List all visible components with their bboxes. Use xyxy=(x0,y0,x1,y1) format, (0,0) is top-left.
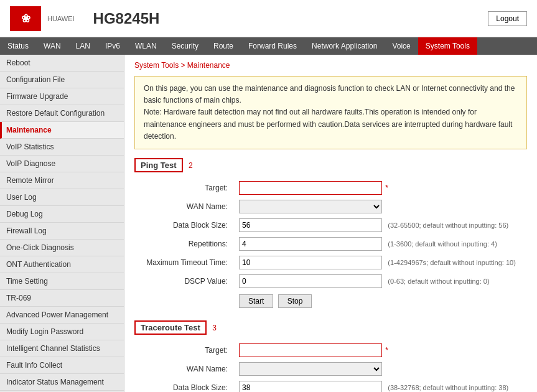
tr-blocksize-label: Data Block Size: xyxy=(134,378,234,392)
sidebar: Reboot Configuration File Firmware Upgra… xyxy=(0,55,124,392)
ping-blocksize-row: Data Block Size: (32-65500; default with… xyxy=(134,216,527,235)
ping-wan-label: WAN Name: xyxy=(134,197,234,216)
sidebar-item-firmware[interactable]: Firmware Upgrade xyxy=(0,88,124,105)
sidebar-item-restore[interactable]: Restore Default Configuration xyxy=(0,105,124,122)
nav-ipv6[interactable]: IPv6 xyxy=(98,37,128,55)
ping-repetitions-row: Repetitions: (1-3600; default without in… xyxy=(134,235,527,253)
ping-target-row: Target: * xyxy=(134,179,527,197)
ping-target-input[interactable] xyxy=(239,181,382,195)
ping-stop-button[interactable]: Stop xyxy=(278,294,312,308)
sidebar-item-user-log[interactable]: User Log xyxy=(0,189,124,206)
tr-wan-label: WAN Name: xyxy=(134,360,234,378)
ping-blocksize-input[interactable] xyxy=(239,218,382,232)
ping-blocksize-label: Data Block Size: xyxy=(134,216,234,235)
info-line1: On this page, you can use the maintenanc… xyxy=(144,83,518,106)
ping-test-section: Ping Test 2 Target: * WAN Name: xyxy=(134,158,527,310)
traceroute-title: Traceroute Test 3 xyxy=(134,320,527,341)
sidebar-item-one-click[interactable]: One-Click Diagnosis xyxy=(0,240,124,256)
brand-name: HUAWEI xyxy=(47,15,75,22)
main-nav: Status WAN LAN IPv6 WLAN Security Route … xyxy=(0,37,537,55)
sidebar-item-debug-log[interactable]: Debug Log xyxy=(0,206,124,223)
sidebar-item-voip-stats[interactable]: VoIP Statistics xyxy=(0,139,124,156)
sidebar-item-modify-pwd[interactable]: Modify Login Password xyxy=(0,324,124,340)
traceroute-label: Traceroute Test xyxy=(134,320,207,335)
sidebar-item-tr069[interactable]: TR-069 xyxy=(0,290,124,307)
sidebar-item-firewall-log[interactable]: Firewall Log xyxy=(0,223,124,240)
traceroute-section: Traceroute Test 3 Target: * WAN Name: xyxy=(134,320,527,392)
tr-target-label: Target: xyxy=(134,341,234,360)
sidebar-item-maintenance[interactable]: Maintenance xyxy=(0,122,124,139)
ping-repetitions-label: Repetitions: xyxy=(134,235,234,253)
ping-wan-select[interactable] xyxy=(239,200,382,213)
ping-dscp-label: DSCP Value: xyxy=(134,272,234,291)
nav-netapp[interactable]: Network Application xyxy=(304,37,385,55)
ping-timeout-input[interactable] xyxy=(239,256,382,269)
ping-test-num: 2 xyxy=(189,161,193,170)
sidebar-item-time-setting[interactable]: Time Setting xyxy=(0,273,124,290)
page-header: ❀ HUAWEI HG8245H Logout xyxy=(0,0,537,37)
sidebar-item-int-channel[interactable]: Intelligent Channel Statistics xyxy=(0,340,124,357)
sidebar-item-reboot[interactable]: Reboot xyxy=(0,55,124,72)
sidebar-item-ont-auth[interactable]: ONT Authentication xyxy=(0,256,124,273)
nav-security[interactable]: Security xyxy=(164,37,206,55)
ping-wan-row: WAN Name: xyxy=(134,197,527,216)
main-content: System Tools > Maintenance On this page,… xyxy=(124,55,537,392)
ping-test-form: Target: * WAN Name: Data Block Siz xyxy=(134,179,527,310)
tr-blocksize-input[interactable] xyxy=(239,381,382,392)
ping-dscp-input[interactable] xyxy=(239,274,382,288)
brand-info: HUAWEI xyxy=(47,15,75,22)
ping-start-button[interactable]: Start xyxy=(239,294,273,308)
model-name: HG8245H xyxy=(93,10,160,27)
logo-area: ❀ HUAWEI xyxy=(10,6,75,31)
required-star-tr: * xyxy=(385,346,388,355)
nav-voice[interactable]: Voice xyxy=(385,37,418,55)
ping-blocksize-hint: (32-65500; default without inputting: 56… xyxy=(388,222,508,229)
tr-target-row: Target: * xyxy=(134,341,527,360)
nav-systemtools[interactable]: System Tools xyxy=(418,37,477,55)
sidebar-item-adv-power[interactable]: Advanced Power Management xyxy=(0,307,124,324)
sidebar-item-fault-info[interactable]: Fault Info Collect xyxy=(0,357,124,374)
ping-dscp-row: DSCP Value: (0-63; default without input… xyxy=(134,272,527,291)
info-line2: Note: Hardware fault detection may not f… xyxy=(144,106,518,142)
tr-blocksize-hint: (38-32768; default without inputting: 38… xyxy=(388,384,508,391)
breadcrumb-separator: > xyxy=(180,61,187,70)
sidebar-item-config-file[interactable]: Configuration File xyxy=(0,72,124,88)
ping-target-label: Target: xyxy=(134,179,234,197)
breadcrumb: System Tools > Maintenance xyxy=(134,61,527,70)
ping-btn-row: Start Stop xyxy=(134,291,527,310)
info-box: On this page, you can use the maintenanc… xyxy=(134,76,527,149)
ping-timeout-label: Maximum Timeout Time: xyxy=(134,253,234,272)
tr-wan-select[interactable] xyxy=(239,362,382,376)
page-layout: Reboot Configuration File Firmware Upgra… xyxy=(0,55,537,392)
ping-repetitions-hint: (1-3600; default without inputting: 4) xyxy=(388,240,497,248)
nav-lan[interactable]: LAN xyxy=(68,37,98,55)
ping-timeout-hint: (1-4294967s; default without inputting: … xyxy=(388,259,515,266)
traceroute-num: 3 xyxy=(212,324,217,332)
ping-dscp-hint: (0-63; default without inputting: 0) xyxy=(388,278,489,285)
traceroute-form: Target: * WAN Name: Data Block Siz xyxy=(134,341,527,392)
nav-route[interactable]: Route xyxy=(206,37,241,55)
tr-blocksize-row: Data Block Size: (38-32768; default with… xyxy=(134,378,527,392)
huawei-logo: ❀ xyxy=(10,6,41,31)
ping-test-label: Ping Test xyxy=(134,158,183,172)
ping-timeout-row: Maximum Timeout Time: (1-4294967s; defau… xyxy=(134,253,527,272)
nav-status[interactable]: Status xyxy=(0,37,36,55)
sidebar-item-indicator[interactable]: Indicator Status Management xyxy=(0,374,124,391)
breadcrumb-root: System Tools xyxy=(134,61,179,70)
nav-wan[interactable]: WAN xyxy=(36,37,68,55)
logo-icon: ❀ xyxy=(21,12,30,26)
ping-repetitions-input[interactable] xyxy=(239,237,382,251)
sidebar-item-voip-diag[interactable]: VoIP Diagnose xyxy=(0,156,124,172)
ping-test-title: Ping Test 2 xyxy=(134,158,527,179)
breadcrumb-current: Maintenance xyxy=(187,61,230,70)
tr-wan-row: WAN Name: xyxy=(134,360,527,378)
logout-button[interactable]: Logout xyxy=(488,11,527,26)
nav-wlan[interactable]: WLAN xyxy=(128,37,164,55)
nav-forward[interactable]: Forward Rules xyxy=(241,37,304,55)
tr-target-input[interactable] xyxy=(239,343,382,357)
required-star-ping: * xyxy=(385,184,388,192)
sidebar-item-remote-mirror[interactable]: Remote Mirror xyxy=(0,172,124,189)
